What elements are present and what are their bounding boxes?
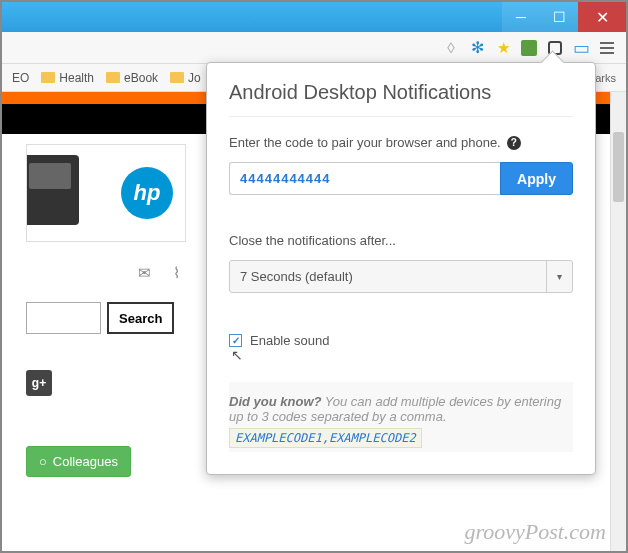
google-plus-button[interactable]: g+ — [26, 370, 52, 396]
bookmark-star-icon[interactable]: ★ — [494, 39, 512, 57]
tip-title: Did you know? — [229, 394, 321, 409]
popup-title: Android Desktop Notifications — [229, 81, 573, 104]
hamburger-menu-icon[interactable] — [598, 39, 616, 57]
search-input[interactable] — [26, 302, 101, 334]
mail-icon[interactable]: ✉ — [138, 264, 151, 282]
close-notifications-label: Close the notifications after... — [229, 233, 573, 248]
window-titlebar: ─ ☐ ✕ — [2, 2, 626, 32]
select-value: 7 Seconds (default) — [230, 261, 546, 292]
window-maximize-button[interactable]: ☐ — [540, 2, 578, 32]
enable-sound-checkbox[interactable]: ✓ — [229, 334, 242, 347]
folder-icon — [41, 72, 55, 83]
tip-code: EXAMPLECODE1,EXAMPLECODE2 — [229, 428, 422, 448]
folder-icon — [170, 72, 184, 83]
bookmark-item[interactable]: EO — [12, 71, 29, 85]
extension-green-icon[interactable] — [520, 39, 538, 57]
notifications-extension-icon[interactable]: ▭ — [572, 39, 590, 57]
cursor-icon: ↖ — [231, 347, 243, 363]
extension-icon[interactable]: ✻ — [468, 39, 486, 57]
window-minimize-button[interactable]: ─ — [502, 2, 540, 32]
search-button[interactable]: Search — [107, 302, 174, 334]
sidebar: hp ✉ ⌇ Search g+ Colleagues — [26, 144, 186, 477]
watermark: groovyPost.com — [464, 519, 606, 545]
hp-logo: hp — [121, 167, 173, 219]
apply-button[interactable]: Apply — [500, 162, 573, 195]
scrollbar[interactable] — [610, 92, 626, 551]
rss-icon[interactable]: ⌇ — [173, 264, 180, 282]
bookmark-item[interactable]: eBook — [106, 71, 158, 85]
pair-label: Enter the code to pair your browser and … — [229, 135, 573, 150]
window-close-button[interactable]: ✕ — [578, 2, 626, 32]
chevron-down-icon: ▾ — [546, 261, 572, 292]
tip-box: Did you know? You can add multiple devic… — [229, 382, 573, 452]
shield-icon[interactable]: ◊ — [442, 39, 460, 57]
close-delay-select[interactable]: 7 Seconds (default) ▾ — [229, 260, 573, 293]
hp-ad[interactable]: hp — [26, 144, 186, 242]
bookmark-item[interactable]: Jo — [170, 71, 201, 85]
printer-image — [26, 155, 79, 225]
browser-toolbar: ◊ ✻ ★ ▭ — [2, 32, 626, 64]
help-icon[interactable]: ? — [507, 136, 521, 150]
bookmark-item[interactable]: Health — [41, 71, 94, 85]
folder-icon — [106, 72, 120, 83]
enable-sound-label: Enable sound — [250, 333, 330, 348]
code-input[interactable] — [229, 162, 500, 195]
extension-popup: Android Desktop Notifications Enter the … — [206, 62, 596, 475]
divider — [229, 116, 573, 117]
colleagues-button[interactable]: Colleagues — [26, 446, 131, 477]
